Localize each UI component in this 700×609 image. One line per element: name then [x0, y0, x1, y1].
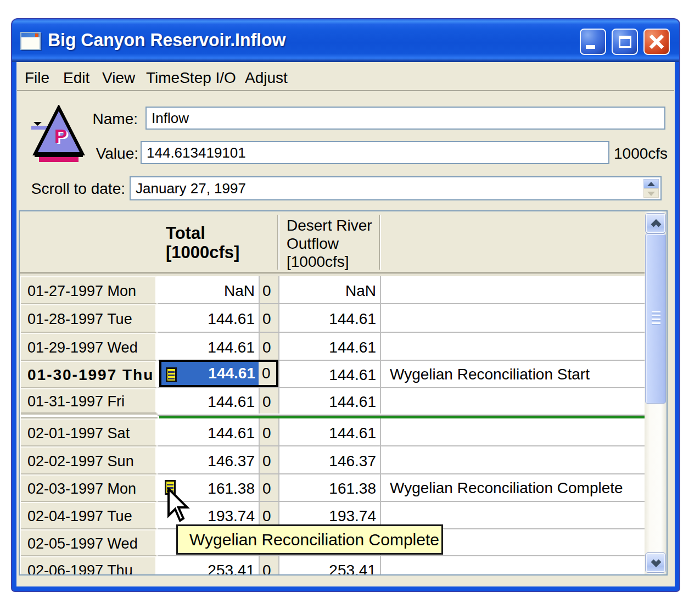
svg-text:P: P	[54, 125, 67, 147]
